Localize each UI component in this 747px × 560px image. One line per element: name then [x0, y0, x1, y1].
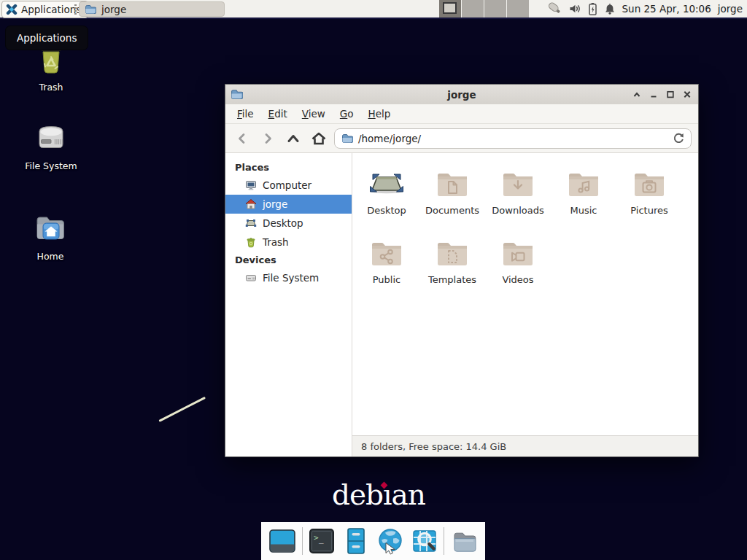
icon-view[interactable]: Desktop [352, 153, 698, 435]
sidebar-item-label: jorge [263, 198, 287, 210]
sidebar-item-label: Desktop [263, 217, 303, 229]
menu-item-help[interactable]: Help [361, 106, 398, 122]
workspace-1[interactable] [439, 0, 462, 18]
home-icon [245, 198, 257, 210]
menu-item-edit[interactable]: Edit [261, 106, 295, 122]
file-cabinet-launcher[interactable] [341, 526, 371, 556]
sidebar-item-label: File System [263, 272, 319, 284]
taskbar-window-label: jorge [101, 4, 126, 15]
svg-text:>: > [314, 533, 319, 542]
desktop-icon-label: File System [18, 160, 85, 171]
minimize-button[interactable] [645, 85, 662, 104]
folder-icon [85, 4, 96, 15]
terminal-launcher[interactable]: > _ [307, 526, 336, 556]
debian-logo-text: deb [332, 478, 383, 511]
shade-window-button[interactable] [628, 85, 645, 104]
file-manager-folder-icon [449, 526, 479, 556]
workspace-window-preview [443, 2, 457, 14]
username-label[interactable]: jorge [718, 3, 743, 15]
menu-item-view[interactable]: View [295, 106, 333, 122]
sidebar: Places Computer [225, 153, 352, 456]
window-body: Places Computer [225, 153, 698, 456]
sidebar-item-trash[interactable]: Trash [225, 233, 352, 252]
sidebar-item-desktop[interactable]: Desktop [225, 214, 352, 233]
file-manager-launcher[interactable] [449, 526, 479, 556]
dock-separator [302, 527, 303, 555]
back-button[interactable] [232, 128, 252, 149]
folder-label: Public [354, 275, 419, 285]
terminal-icon: > _ [307, 526, 336, 556]
folder-item-templates[interactable]: Templates [419, 222, 485, 292]
application-finder-launcher[interactable] [410, 526, 439, 556]
workspace-2[interactable] [462, 0, 484, 18]
window-titlebar[interactable]: jorge [225, 85, 698, 104]
dock-separator [444, 527, 444, 555]
toolbar: /home/jorge/ [225, 124, 698, 153]
folder-label: Templates [419, 275, 485, 285]
up-button[interactable] [283, 128, 303, 149]
hard-drive-icon [34, 120, 69, 155]
forward-button[interactable] [258, 128, 278, 149]
xfce-logo-icon [6, 4, 18, 15]
mouse-indicator-icon[interactable] [547, 1, 562, 16]
folder-item-downloads[interactable]: Downloads [485, 153, 551, 222]
workspace-3[interactable] [484, 0, 507, 18]
wallpaper-line-decoration [158, 397, 205, 422]
taskbar-window-button[interactable]: jorge [79, 1, 225, 17]
web-browser-launcher[interactable] [376, 526, 405, 556]
downloads-folder-icon [500, 169, 535, 198]
home-button[interactable] [309, 128, 329, 149]
folder-item-music[interactable]: Music [551, 153, 616, 222]
close-button[interactable] [678, 85, 695, 104]
folder-item-videos[interactable]: Videos [485, 222, 551, 292]
location-path[interactable]: /home/jorge/ [358, 133, 421, 144]
folder-label: Documents [419, 206, 485, 216]
sidebar-item-file-system[interactable]: File System [225, 268, 352, 287]
window-folder-icon [231, 88, 243, 101]
folder-label: Videos [485, 275, 551, 285]
folder-item-pictures[interactable]: Pictures [616, 153, 682, 222]
window-controls [628, 85, 698, 104]
file-manager-window: jorge File Edit View Go Help [225, 84, 699, 457]
sidebar-item-computer[interactable]: Computer [225, 176, 352, 195]
workspace-switcher [439, 0, 530, 18]
window-title: jorge [225, 89, 698, 101]
public-folder-icon [369, 238, 404, 268]
sidebar-header-devices: Devices [225, 252, 352, 268]
desktop-icon-home[interactable]: Home [17, 210, 84, 262]
main-pane: Desktop [352, 153, 698, 456]
sidebar-header-places: Places [225, 159, 352, 176]
web-browser-globe-icon [376, 526, 405, 556]
reload-button[interactable] [672, 132, 684, 144]
system-tray: Sun 25 Apr, 10:06 jorge [547, 0, 743, 18]
folder-label: Pictures [616, 206, 682, 216]
maximize-button[interactable] [662, 85, 678, 104]
tooltip-text: Applications [17, 32, 77, 44]
workspace-4[interactable] [507, 0, 530, 18]
notifications-bell-icon[interactable] [604, 3, 616, 15]
location-bar[interactable]: /home/jorge/ [334, 128, 692, 149]
folder-grid: Desktop [354, 153, 682, 292]
applications-menu-label: Applications [21, 4, 81, 15]
sidebar-item-jorge[interactable]: jorge [225, 195, 352, 214]
show-desktop-button[interactable] [268, 526, 297, 556]
folder-item-public[interactable]: Public [354, 222, 419, 292]
clock[interactable]: Sun 25 Apr, 10:06 [622, 3, 711, 15]
folder-label: Music [551, 206, 616, 216]
svg-text:_: _ [319, 534, 324, 544]
desktop-icon [245, 217, 257, 229]
volume-icon[interactable] [569, 3, 581, 15]
folder-item-documents[interactable]: Documents [419, 153, 485, 222]
desktop-icon-file-system[interactable]: File System [18, 120, 85, 171]
panel-grip-handle[interactable] [74, 4, 77, 15]
folder-label: Desktop [354, 206, 419, 216]
desktop-screen: Applications jorge [0, 0, 747, 560]
menu-item-go[interactable]: Go [333, 106, 361, 122]
music-folder-icon [566, 169, 601, 198]
computer-icon [245, 179, 257, 191]
show-desktop-icon [268, 526, 297, 556]
application-finder-icon [410, 526, 439, 556]
menu-item-file[interactable]: File [230, 106, 261, 122]
folder-item-desktop[interactable]: Desktop [354, 153, 419, 222]
battery-charging-icon[interactable] [588, 2, 597, 16]
